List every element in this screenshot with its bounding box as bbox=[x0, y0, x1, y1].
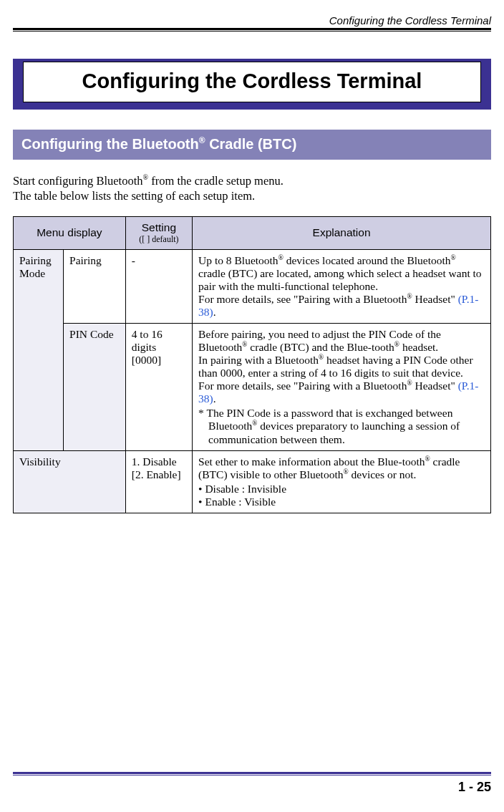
header-rule-thick bbox=[13, 28, 491, 30]
table-header-row: Menu display Setting ([ ] default) Expla… bbox=[14, 216, 491, 249]
section-heading: Configuring the Bluetooth® Cradle (BTC) bbox=[13, 130, 491, 160]
th-setting-label: Setting bbox=[142, 221, 176, 233]
registered-mark: ® bbox=[407, 293, 412, 300]
section-heading-post: Cradle (BTC) bbox=[205, 136, 297, 152]
intro-line1-pre: Start configuring Bluetooth bbox=[13, 173, 142, 187]
registered-mark: ® bbox=[425, 455, 430, 463]
intro-line1-post: from the cradle setup menu. bbox=[148, 173, 284, 187]
registered-mark: ® bbox=[199, 135, 205, 145]
section-heading-pre: Configuring the Bluetooth bbox=[21, 136, 199, 152]
page-number: 1 - 25 bbox=[13, 780, 491, 795]
cell-pairing-expl: Up to 8 Bluetooth® devices located aroun… bbox=[193, 249, 491, 323]
visibility-bullets: • Disable : Invisible • Enable : Visible bbox=[198, 483, 485, 508]
cell-pincode-sub: PIN Code bbox=[64, 324, 126, 451]
intro-line2: The table below lists the setting of eac… bbox=[13, 189, 255, 203]
header-rule-thin bbox=[13, 31, 491, 32]
registered-mark: ® bbox=[142, 173, 148, 181]
cell-pincode-expl: Before pairing, you need to adjust the P… bbox=[193, 324, 491, 451]
th-explanation: Explanation bbox=[193, 216, 491, 249]
table-row: Visibility 1. Disable [2. Enable] Set et… bbox=[14, 450, 491, 513]
page-title: Configuring the Cordless Terminal bbox=[29, 69, 475, 93]
intro-paragraph: Start configuring Bluetooth® from the cr… bbox=[13, 173, 491, 205]
cell-pairing-mode: Pairing Mode bbox=[14, 249, 64, 450]
cell-pairing-setting: - bbox=[125, 249, 192, 323]
bullet-enable: • Enable : Visible bbox=[198, 496, 485, 508]
registered-mark: ® bbox=[394, 341, 399, 348]
running-header: Configuring the Cordless Terminal bbox=[13, 14, 491, 26]
settings-table: Menu display Setting ([ ] default) Expla… bbox=[13, 216, 491, 513]
th-setting-sub: ([ ] default) bbox=[132, 234, 186, 245]
registered-mark: ® bbox=[343, 468, 348, 475]
page-footer: 1 - 25 bbox=[13, 772, 491, 795]
th-menu: Menu display bbox=[14, 216, 126, 249]
bullet-disable: • Disable : Invisible bbox=[198, 483, 485, 496]
table-row: Pairing Mode Pairing - Up to 8 Bluetooth… bbox=[14, 249, 491, 323]
cell-visibility: Visibility bbox=[14, 450, 126, 513]
th-setting: Setting ([ ] default) bbox=[125, 216, 192, 249]
cell-pincode-setting: 4 to 16 digits [0000] bbox=[125, 324, 192, 451]
footer-rule-thin bbox=[13, 775, 491, 775]
registered-mark: ® bbox=[451, 254, 456, 261]
page-title-box: Configuring the Cordless Terminal bbox=[23, 62, 481, 102]
page-title-banner: Configuring the Cordless Terminal bbox=[13, 59, 491, 110]
cell-visibility-setting: 1. Disable [2. Enable] bbox=[125, 450, 192, 513]
registered-mark: ® bbox=[278, 254, 284, 261]
pincode-note: * The PIN Code is a password that is exc… bbox=[198, 407, 485, 445]
cell-visibility-expl: Set ether to make information about the … bbox=[193, 450, 491, 513]
registered-mark: ® bbox=[407, 380, 412, 387]
table-row: PIN Code 4 to 16 digits [0000] Before pa… bbox=[14, 324, 491, 451]
cell-pairing-sub: Pairing bbox=[64, 249, 126, 323]
footer-rule-thick bbox=[13, 772, 491, 774]
